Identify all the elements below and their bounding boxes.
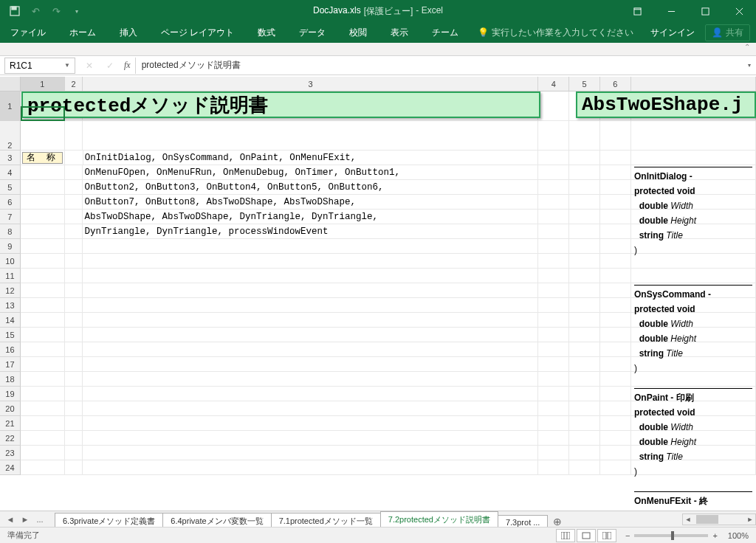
cell[interactable] — [83, 283, 538, 298]
cell[interactable] — [538, 195, 569, 210]
cell[interactable] — [538, 298, 569, 313]
cell[interactable] — [600, 195, 631, 210]
cancel-formula-icon[interactable]: ✕ — [83, 60, 96, 71]
cell[interactable] — [65, 387, 83, 401]
cell[interactable] — [21, 460, 65, 475]
select-all-corner[interactable] — [0, 77, 21, 91]
cell[interactable] — [21, 210, 65, 224]
cell[interactable] — [569, 298, 600, 313]
cell[interactable] — [600, 239, 631, 254]
cell[interactable] — [569, 180, 600, 195]
cell[interactable] — [600, 342, 631, 357]
sheet-tab[interactable]: 6.4privateメンバ変数一覧 — [162, 513, 271, 528]
cell[interactable] — [569, 342, 600, 357]
cell[interactable] — [65, 342, 83, 357]
cell[interactable] — [569, 372, 600, 387]
sheet-tab[interactable]: 7.1protectedメソッド一覧 — [271, 513, 381, 528]
row-header[interactable]: 7 — [0, 210, 21, 224]
scroll-left-icon[interactable]: ◄ — [683, 516, 693, 523]
row-header[interactable]: 2 — [0, 121, 21, 151]
cell[interactable] — [65, 165, 83, 180]
cell[interactable] — [569, 313, 600, 328]
grid[interactable]: protectedメソッド説明書 AbsTwoEShape.j 1 2 3 名 … — [0, 91, 756, 475]
cell[interactable] — [65, 446, 83, 460]
view-pagelayout-icon[interactable] — [577, 529, 596, 542]
cell[interactable] — [83, 446, 538, 460]
zoom-out-button[interactable]: − — [625, 531, 630, 540]
cell[interactable]: DynTriangle, DynTriangle, processWindowE… — [83, 224, 538, 239]
cell[interactable] — [569, 121, 600, 151]
close-button[interactable] — [722, 0, 756, 22]
cell[interactable] — [538, 357, 569, 372]
cell[interactable] — [83, 372, 538, 387]
cell[interactable] — [65, 357, 83, 372]
scroll-thumb[interactable] — [696, 515, 718, 524]
cell[interactable] — [600, 328, 631, 342]
row-header[interactable]: 4 — [0, 165, 21, 180]
cell[interactable] — [569, 269, 600, 283]
cell[interactable] — [21, 165, 65, 180]
cell[interactable] — [538, 91, 569, 121]
cell[interactable] — [83, 313, 538, 328]
cell[interactable] — [65, 313, 83, 328]
cell[interactable] — [21, 372, 65, 387]
collapse-ribbon-icon[interactable]: ⌃ — [738, 43, 756, 51]
cell[interactable] — [600, 460, 631, 475]
cell[interactable] — [538, 269, 569, 283]
cell[interactable] — [83, 328, 538, 342]
cell[interactable] — [65, 431, 83, 446]
row-header[interactable]: 3 — [0, 151, 21, 165]
cell[interactable] — [21, 195, 65, 210]
cell[interactable] — [83, 460, 538, 475]
ribbon-options-icon[interactable] — [620, 0, 654, 22]
row-header[interactable]: 5 — [0, 180, 21, 195]
row-header[interactable]: 10 — [0, 254, 21, 269]
cell[interactable] — [600, 401, 631, 416]
cell[interactable] — [538, 180, 569, 195]
cell[interactable] — [600, 254, 631, 269]
cell[interactable] — [600, 180, 631, 195]
sheet-tab-active[interactable]: 7.2protectedメソッド説明書 — [380, 511, 498, 528]
share-button[interactable]: 👤 共有 — [705, 24, 750, 41]
tab-nav-next-icon[interactable]: ► — [21, 515, 30, 524]
cell[interactable] — [21, 224, 65, 239]
cell[interactable] — [600, 446, 631, 460]
col-header-5[interactable]: 5 — [569, 77, 600, 91]
view-pagebreak-icon[interactable] — [597, 529, 616, 542]
col-header-3[interactable]: 3 — [83, 77, 538, 91]
tab-data[interactable]: データ — [295, 22, 330, 43]
cell[interactable] — [569, 210, 600, 224]
col-header-6[interactable]: 6 — [600, 77, 631, 91]
row-header[interactable]: 20 — [0, 401, 21, 416]
cell[interactable] — [600, 269, 631, 283]
zoom-slider[interactable] — [634, 534, 708, 537]
cell[interactable] — [538, 313, 569, 328]
sheet-tab[interactable]: 7.3prot ... — [498, 515, 548, 528]
tab-nav-first-icon[interactable]: ◄ — [6, 515, 15, 524]
cell[interactable] — [569, 446, 600, 460]
cell[interactable] — [538, 387, 569, 401]
row-header[interactable]: 8 — [0, 224, 21, 239]
zoom-level[interactable]: 100% — [728, 531, 749, 540]
cell[interactable] — [21, 313, 65, 328]
cell[interactable] — [569, 283, 600, 298]
cell[interactable] — [569, 239, 600, 254]
cell[interactable] — [538, 224, 569, 239]
scroll-right-icon[interactable]: ► — [745, 516, 755, 523]
cell[interactable] — [65, 239, 83, 254]
cell[interactable] — [83, 269, 538, 283]
col-header-4[interactable]: 4 — [538, 77, 569, 91]
cell[interactable] — [21, 342, 65, 357]
cell[interactable] — [600, 165, 631, 180]
cell[interactable] — [569, 195, 600, 210]
row-header[interactable]: 6 — [0, 195, 21, 210]
formula-input[interactable]: protectedメソッド説明書 — [135, 58, 743, 74]
cell[interactable] — [21, 283, 65, 298]
cell[interactable] — [65, 269, 83, 283]
row-header[interactable]: 12 — [0, 283, 21, 298]
cell[interactable] — [538, 401, 569, 416]
undo-icon[interactable]: ↶ — [30, 5, 41, 17]
zoom-in-button[interactable]: + — [712, 531, 717, 540]
cell[interactable] — [83, 342, 538, 357]
cell[interactable] — [65, 328, 83, 342]
